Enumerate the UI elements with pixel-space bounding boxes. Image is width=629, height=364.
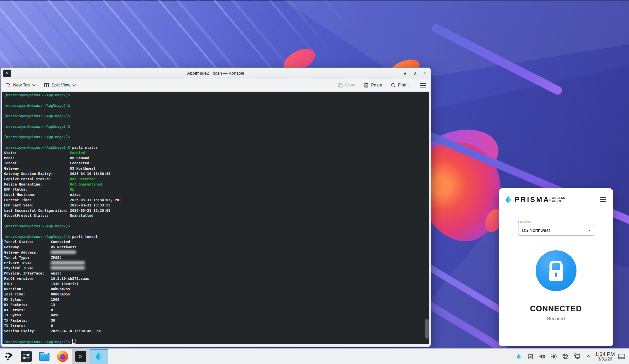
lock-icon [549,261,563,281]
copy-label: Copy [345,83,355,88]
taskbar-item-prisma[interactable] [90,349,108,364]
taskbar-item-firefox[interactable] [54,349,72,364]
konsole-titlebar[interactable]: > AppImage2 : bash — Konsole ∨ ∧ × [1,68,431,79]
location-label: Location [518,220,594,224]
tray-wired-network-icon[interactable] [572,351,582,362]
find-label: Find... [398,83,410,88]
menu-hamburger-icon[interactable] [420,83,426,87]
prisma-brand-subtext: ACCESS AGENT [552,197,565,202]
connection-substatus-text: Secured [499,316,613,321]
maximize-icon[interactable]: ∧ [413,71,417,76]
konsole-icon: > [75,351,86,362]
copy-icon [338,83,343,88]
chevron-down-icon[interactable] [72,83,76,86]
close-icon[interactable]: × [424,71,427,76]
prisma-menu-hamburger-icon[interactable] [600,197,606,202]
search-icon [391,83,396,88]
new-tab-label: New Tab [13,83,30,88]
minimize-icon[interactable]: ∨ [403,71,407,76]
registered-mark: ® [549,198,551,201]
terminal-output: [mnersisyan@nixos:~/AppImage2]$[mnersisy… [2,92,429,344]
split-view-icon [44,82,49,88]
expand-tray-chevron-icon[interactable] [584,351,594,362]
location-value: US Northwest [518,225,586,235]
connection-status-text: CONNECTED [499,304,613,313]
konsole-app-icon: > [3,70,11,77]
new-tab-icon [5,82,11,88]
find-button[interactable]: Find... [391,83,410,88]
konsole-toolbar: New Tab Split View Copy [1,79,431,92]
taskbar: > [0,348,629,364]
split-view-label: Split View [51,83,70,88]
clock-date: 3/31/26 [595,357,615,362]
show-desktop-icon [618,353,625,359]
show-desktop-button[interactable] [617,351,626,362]
terminal-scrollbar-thumb[interactable] [425,319,429,339]
desktop: > AppImage2 : bash — Konsole ∨ ∧ × New T… [0,0,629,364]
clock-time: 1:34 PM [595,351,615,357]
prisma-logo: PRISMA ® ACCESS AGENT [504,195,565,204]
paste-label: Paste [371,83,382,88]
new-tab-button[interactable]: New Tab [5,82,35,88]
prisma-brand-text: PRISMA [515,196,550,204]
taskbar-item-system-settings[interactable] [17,349,35,364]
tray-brightness-icon[interactable] [549,351,559,362]
taskbar-clock[interactable]: 1:34 PM 3/31/26 [595,351,615,362]
tray-prisma-icon[interactable] [514,351,524,362]
connection-status-circle [536,250,576,291]
paste-button[interactable]: Paste [364,83,382,88]
prisma-diamond-icon [94,351,104,361]
app-launcher-button[interactable] [2,349,17,364]
location-dropdown[interactable]: US Northwest ▼ [518,225,594,236]
terminal-view[interactable]: [mnersisyan@nixos:~/AppImage2]$[mnersisy… [2,92,429,344]
app-launcher-icon [5,351,15,361]
copy-button[interactable]: Copy [338,83,355,88]
tray-network-globe-icon[interactable] [560,351,570,362]
prisma-access-agent-window: PRISMA ® ACCESS AGENT Location US Northw… [499,188,613,346]
taskbar-item-file-manager[interactable] [35,349,54,364]
tray-clipboard-icon[interactable] [526,351,536,362]
window-title: AppImage2 : bash — Konsole [187,71,244,76]
prisma-diamond-icon [504,195,513,204]
taskbar-item-konsole[interactable]: > [72,349,90,364]
chevron-down-icon[interactable] [32,83,36,86]
firefox-icon [57,351,68,362]
split-view-button[interactable]: Split View [44,82,75,88]
file-manager-icon [39,351,50,362]
dropdown-arrow-icon[interactable]: ▼ [586,225,594,235]
tray-volume-icon[interactable] [537,351,547,362]
konsole-window: > AppImage2 : bash — Konsole ∨ ∧ × New T… [1,68,431,347]
system-settings-icon [21,351,32,362]
paste-icon [364,83,369,88]
